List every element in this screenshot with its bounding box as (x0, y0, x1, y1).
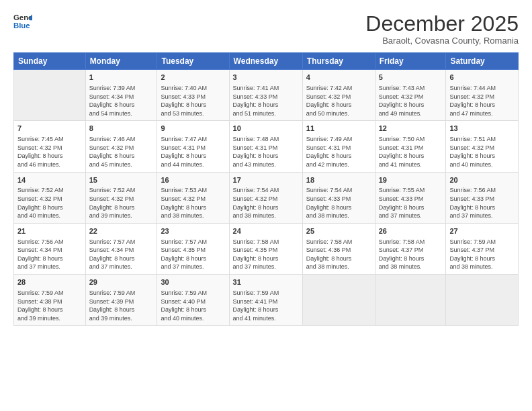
calendar-cell: 2Sunrise: 7:40 AM Sunset: 4:33 PM Daylig… (157, 70, 229, 121)
day-number: 20 (449, 175, 515, 185)
calendar-cell: 19Sunrise: 7:55 AM Sunset: 4:33 PM Dayli… (375, 172, 446, 223)
day-number: 19 (379, 175, 443, 185)
calendar-cell: 22Sunrise: 7:57 AM Sunset: 4:34 PM Dayli… (85, 223, 157, 274)
calendar-cell: 3Sunrise: 7:41 AM Sunset: 4:33 PM Daylig… (229, 70, 302, 121)
day-detail: Sunrise: 7:59 AM Sunset: 4:40 PM Dayligh… (161, 289, 225, 322)
day-detail: Sunrise: 7:41 AM Sunset: 4:33 PM Dayligh… (233, 84, 299, 118)
col-tuesday: Tuesday (157, 53, 229, 70)
calendar-cell: 6Sunrise: 7:44 AM Sunset: 4:32 PM Daylig… (446, 70, 519, 121)
day-number: 30 (161, 277, 225, 287)
day-number: 4 (306, 73, 371, 83)
calendar-cell: 18Sunrise: 7:54 AM Sunset: 4:33 PM Dayli… (302, 172, 375, 223)
main-title: December 2025 (365, 12, 519, 36)
svg-text:General: General (13, 13, 32, 21)
day-number: 22 (89, 226, 154, 236)
calendar-cell: 21Sunrise: 7:56 AM Sunset: 4:34 PM Dayli… (14, 223, 86, 274)
day-number: 10 (233, 124, 299, 134)
col-monday: Monday (85, 53, 157, 70)
calendar-cell: 27Sunrise: 7:59 AM Sunset: 4:37 PM Dayli… (446, 223, 519, 274)
day-number: 5 (379, 73, 443, 83)
page: General Blue December 2025 Baraolt, Cova… (0, 0, 532, 411)
col-sunday: Sunday (14, 53, 86, 70)
day-number: 18 (306, 175, 371, 185)
day-number: 17 (233, 175, 299, 185)
day-number: 3 (233, 73, 299, 83)
day-detail: Sunrise: 7:58 AM Sunset: 4:35 PM Dayligh… (233, 238, 299, 271)
calendar-cell (302, 275, 375, 326)
calendar-header-row: Sunday Monday Tuesday Wednesday Thursday… (14, 53, 519, 70)
day-detail: Sunrise: 7:59 AM Sunset: 4:39 PM Dayligh… (89, 289, 154, 322)
day-number: 14 (17, 175, 82, 185)
logo: General Blue (13, 12, 32, 31)
day-detail: Sunrise: 7:39 AM Sunset: 4:34 PM Dayligh… (89, 84, 154, 118)
day-detail: Sunrise: 7:51 AM Sunset: 4:32 PM Dayligh… (449, 135, 515, 169)
day-number: 7 (17, 124, 82, 134)
day-number: 11 (306, 124, 371, 134)
day-detail: Sunrise: 7:58 AM Sunset: 4:36 PM Dayligh… (306, 238, 371, 271)
calendar-cell: 23Sunrise: 7:57 AM Sunset: 4:35 PM Dayli… (157, 223, 229, 274)
calendar-cell: 25Sunrise: 7:58 AM Sunset: 4:36 PM Dayli… (302, 223, 375, 274)
day-number: 15 (89, 175, 154, 185)
calendar-cell: 14Sunrise: 7:52 AM Sunset: 4:32 PM Dayli… (14, 172, 86, 223)
title-block: December 2025 Baraolt, Covasna County, R… (365, 12, 519, 46)
day-number: 27 (449, 226, 515, 236)
calendar-cell: 29Sunrise: 7:59 AM Sunset: 4:39 PM Dayli… (85, 275, 157, 326)
day-detail: Sunrise: 7:57 AM Sunset: 4:34 PM Dayligh… (89, 238, 154, 271)
day-number: 29 (89, 277, 154, 287)
calendar-cell: 24Sunrise: 7:58 AM Sunset: 4:35 PM Dayli… (229, 223, 302, 274)
calendar-week-row: 7Sunrise: 7:45 AM Sunset: 4:32 PM Daylig… (14, 121, 519, 172)
calendar-table: Sunday Monday Tuesday Wednesday Thursday… (13, 52, 519, 326)
day-detail: Sunrise: 7:46 AM Sunset: 4:32 PM Dayligh… (89, 135, 154, 169)
day-detail: Sunrise: 7:50 AM Sunset: 4:31 PM Dayligh… (379, 135, 443, 169)
col-thursday: Thursday (302, 53, 375, 70)
day-detail: Sunrise: 7:52 AM Sunset: 4:32 PM Dayligh… (89, 186, 154, 220)
day-detail: Sunrise: 7:42 AM Sunset: 4:32 PM Dayligh… (306, 84, 371, 118)
calendar-cell: 28Sunrise: 7:59 AM Sunset: 4:38 PM Dayli… (14, 275, 86, 326)
day-number: 28 (17, 277, 82, 287)
day-number: 26 (379, 226, 443, 236)
day-detail: Sunrise: 7:55 AM Sunset: 4:33 PM Dayligh… (379, 186, 443, 220)
calendar-cell (446, 275, 519, 326)
day-detail: Sunrise: 7:59 AM Sunset: 4:41 PM Dayligh… (233, 289, 299, 322)
day-detail: Sunrise: 7:53 AM Sunset: 4:32 PM Dayligh… (161, 186, 225, 220)
calendar-cell: 5Sunrise: 7:43 AM Sunset: 4:32 PM Daylig… (375, 70, 446, 121)
day-number: 13 (449, 124, 515, 134)
calendar-cell (14, 70, 86, 121)
calendar-cell: 10Sunrise: 7:48 AM Sunset: 4:31 PM Dayli… (229, 121, 302, 172)
calendar-cell: 15Sunrise: 7:52 AM Sunset: 4:32 PM Dayli… (85, 172, 157, 223)
day-detail: Sunrise: 7:57 AM Sunset: 4:35 PM Dayligh… (161, 238, 225, 271)
day-detail: Sunrise: 7:56 AM Sunset: 4:33 PM Dayligh… (449, 186, 515, 220)
calendar-cell: 7Sunrise: 7:45 AM Sunset: 4:32 PM Daylig… (14, 121, 86, 172)
col-saturday: Saturday (446, 53, 519, 70)
day-number: 21 (17, 226, 82, 236)
calendar-cell: 11Sunrise: 7:49 AM Sunset: 4:31 PM Dayli… (302, 121, 375, 172)
calendar-cell: 4Sunrise: 7:42 AM Sunset: 4:32 PM Daylig… (302, 70, 375, 121)
calendar-week-row: 21Sunrise: 7:56 AM Sunset: 4:34 PM Dayli… (14, 223, 519, 274)
header: General Blue December 2025 Baraolt, Cova… (13, 12, 519, 46)
calendar-cell: 30Sunrise: 7:59 AM Sunset: 4:40 PM Dayli… (157, 275, 229, 326)
day-number: 25 (306, 226, 371, 236)
day-detail: Sunrise: 7:59 AM Sunset: 4:37 PM Dayligh… (449, 238, 515, 271)
day-detail: Sunrise: 7:58 AM Sunset: 4:37 PM Dayligh… (379, 238, 443, 271)
calendar-week-row: 14Sunrise: 7:52 AM Sunset: 4:32 PM Dayli… (14, 172, 519, 223)
day-detail: Sunrise: 7:47 AM Sunset: 4:31 PM Dayligh… (161, 135, 225, 169)
day-number: 31 (233, 277, 299, 287)
day-number: 8 (89, 124, 154, 134)
day-detail: Sunrise: 7:49 AM Sunset: 4:31 PM Dayligh… (306, 135, 371, 169)
day-number: 12 (379, 124, 443, 134)
day-detail: Sunrise: 7:45 AM Sunset: 4:32 PM Dayligh… (17, 135, 82, 169)
calendar-cell: 31Sunrise: 7:59 AM Sunset: 4:41 PM Dayli… (229, 275, 302, 326)
day-number: 16 (161, 175, 225, 185)
day-detail: Sunrise: 7:48 AM Sunset: 4:31 PM Dayligh… (233, 135, 299, 169)
day-detail: Sunrise: 7:43 AM Sunset: 4:32 PM Dayligh… (379, 84, 443, 118)
calendar-cell (375, 275, 446, 326)
calendar-cell: 9Sunrise: 7:47 AM Sunset: 4:31 PM Daylig… (157, 121, 229, 172)
day-detail: Sunrise: 7:54 AM Sunset: 4:33 PM Dayligh… (306, 186, 371, 220)
col-friday: Friday (375, 53, 446, 70)
day-detail: Sunrise: 7:54 AM Sunset: 4:32 PM Dayligh… (233, 186, 299, 220)
calendar-cell: 17Sunrise: 7:54 AM Sunset: 4:32 PM Dayli… (229, 172, 302, 223)
svg-text:Blue: Blue (13, 21, 30, 30)
calendar-cell: 16Sunrise: 7:53 AM Sunset: 4:32 PM Dayli… (157, 172, 229, 223)
day-number: 6 (449, 73, 515, 83)
calendar-cell: 13Sunrise: 7:51 AM Sunset: 4:32 PM Dayli… (446, 121, 519, 172)
